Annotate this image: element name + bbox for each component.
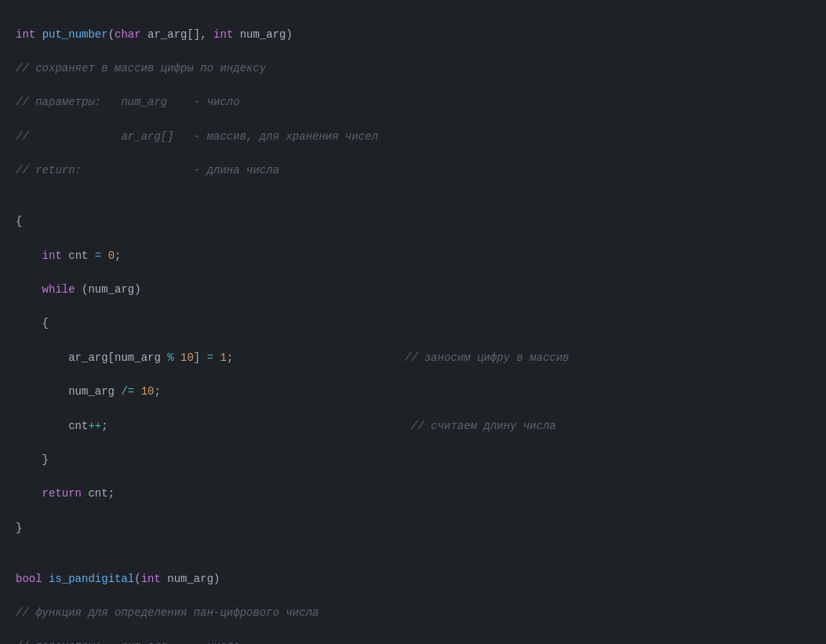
line-11: ar_arg[num_arg % 10] = 1; // заносим циф… <box>16 350 810 367</box>
line-8: int cnt = 0; <box>16 248 810 265</box>
line-18: bool is_pandigital(int num_arg) <box>16 571 810 588</box>
line-4: // ar_arg[] - массив, для хранения чисел <box>16 129 810 146</box>
line-9: while (num_arg) <box>16 282 810 299</box>
line-19: // функция для определения пан-цифрового… <box>16 605 810 622</box>
line-5: // return: - длина числа <box>16 162 810 180</box>
code-editor: int put_number(char ar_arg[], int num_ar… <box>0 0 826 644</box>
line-20: // параметры: num_arg - число <box>16 639 810 644</box>
line-12: num_arg /= 10; <box>16 384 810 401</box>
line-13: cnt++; // считаем длину числа <box>16 418 810 435</box>
line-3: // параметры: num_arg - число <box>16 94 810 111</box>
line-2: // сохраняет в массив цифры по индексу <box>16 60 810 78</box>
line-16: } <box>16 520 810 537</box>
line-14: } <box>16 452 810 469</box>
line-1: int put_number(char ar_arg[], int num_ar… <box>16 27 810 44</box>
line-15: return cnt; <box>16 486 810 503</box>
line-10: { <box>16 315 810 333</box>
line-7: { <box>16 213 810 231</box>
